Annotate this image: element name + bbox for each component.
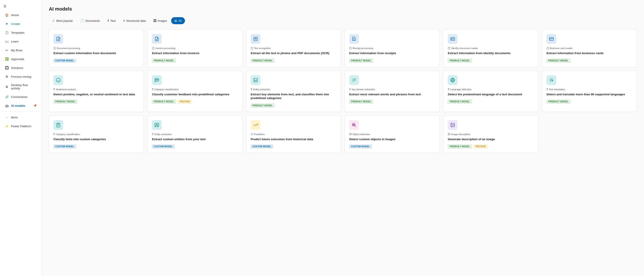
tab-all[interactable]: ⊞ All bbox=[171, 17, 185, 24]
card-key-phrase[interactable]: T Key phrase extraction Extract most rel… bbox=[345, 71, 440, 112]
card-title: Predict future outcomes from historical … bbox=[251, 137, 336, 141]
card-text-recognition[interactable]: Text recognition Extract all the text in… bbox=[246, 30, 341, 67]
sidebar-label-create: Create bbox=[11, 22, 20, 26]
card-receipt-processing[interactable]: Receipt processing Extract information f… bbox=[345, 30, 440, 67]
card-category-classification[interactable]: T Category classification Classify custo… bbox=[147, 71, 242, 112]
card-title: Extract all the text in photos and PDF d… bbox=[251, 51, 336, 55]
svg-rect-34 bbox=[353, 124, 354, 125]
card-object-detection[interactable]: Object detection Detect custom objects i… bbox=[345, 116, 440, 153]
badge-row: CUSTOM MODEL bbox=[251, 144, 336, 148]
card-icon-wrap bbox=[349, 120, 359, 130]
sidebar-item-approvals[interactable]: ✅ Approvals bbox=[1, 55, 40, 63]
sidebar-item-learn[interactable]: 📖 Learn bbox=[1, 37, 40, 46]
card-title: Extract information from business cards bbox=[546, 51, 632, 55]
sidebar-item-solutions[interactable]: 🔲 Solutions bbox=[1, 64, 40, 72]
card-identity-doc[interactable]: Identity document reader Extract informa… bbox=[443, 30, 538, 67]
tab-text[interactable]: T Text bbox=[104, 17, 119, 24]
sidebar-item-connections[interactable]: 🔗 Connections bbox=[1, 93, 40, 101]
card-category: Business card reader bbox=[546, 47, 632, 50]
card-title: Generate description of an image bbox=[448, 137, 534, 141]
badge-row: PREBUILT MODEL bbox=[448, 58, 534, 63]
sidebar: ☰ 🏠 Home + Create 📋 Templates 📖 Learn ↩ … bbox=[0, 0, 42, 276]
structured-data-tab-icon: ≡ bbox=[123, 19, 125, 23]
pin-icon: 📌 bbox=[34, 104, 37, 107]
sidebar-divider bbox=[2, 111, 39, 112]
sidebar-item-my-flows[interactable]: ↩ My flows bbox=[1, 46, 40, 54]
card-image-description[interactable]: Image description Generate description o… bbox=[443, 116, 538, 153]
badge-prebuilt: PREBUILT MODEL bbox=[448, 59, 472, 63]
main-content: AI models ☆ Most popular 📄 Documents T T… bbox=[42, 0, 644, 276]
tab-documents[interactable]: 📄 Documents bbox=[77, 17, 103, 24]
badge-custom: CUSTOM MODEL bbox=[349, 145, 372, 148]
card-category: Receipt processing bbox=[349, 47, 435, 50]
sidebar-item-create[interactable]: + Create bbox=[1, 20, 40, 28]
sidebar-item-home[interactable]: 🏠 Home bbox=[1, 11, 40, 19]
sidebar-item-ai-models[interactable]: 🤖 AI models 📌 bbox=[1, 101, 40, 110]
card-invoice-processing[interactable]: Invoice processing Extract information f… bbox=[147, 30, 242, 67]
badge-prebuilt: PREBUILT MODEL bbox=[152, 59, 176, 63]
svg-point-14 bbox=[56, 78, 60, 82]
card-doc-processing[interactable]: Document processing Extract custom infor… bbox=[49, 30, 144, 67]
card-title: Extract key elements from text, and clas… bbox=[251, 92, 336, 100]
svg-point-38 bbox=[452, 124, 452, 125]
process-mining-icon: ⚙ bbox=[5, 75, 9, 79]
card-icon-wrap bbox=[152, 120, 162, 130]
sidebar-item-process-mining[interactable]: ⚙ Process mining bbox=[1, 72, 40, 81]
sidebar-label-learn: Learn bbox=[11, 40, 19, 43]
card-language-detection[interactable]: T Language detection Detect the predomin… bbox=[443, 71, 538, 112]
card-text-translation[interactable]: T Text translation Detect and translate … bbox=[542, 71, 637, 112]
badge-prebuilt: PREBUILT MODEL bbox=[349, 59, 373, 63]
card-title: Extract information from invoices bbox=[152, 51, 238, 55]
star-icon: ☆ bbox=[52, 19, 55, 23]
card-title: Extract custom entities from your text bbox=[152, 137, 238, 141]
badge-prebuilt: PREBUILT MODEL bbox=[251, 59, 274, 63]
card-icon-wrap bbox=[251, 120, 260, 130]
svg-point-40 bbox=[449, 134, 449, 134]
hamburger-menu[interactable]: ☰ bbox=[0, 2, 42, 11]
card-business-card[interactable]: Business card reader Extract information… bbox=[542, 30, 637, 67]
badge-row: PREBUILT MODEL bbox=[251, 103, 336, 107]
sidebar-item-more[interactable]: ··· More bbox=[1, 113, 40, 122]
card-title: Detect custom objects in images bbox=[349, 137, 435, 141]
badge-row: PREBUILT MODEL bbox=[251, 58, 336, 63]
sidebar-label-solutions: Solutions bbox=[11, 66, 23, 70]
tab-most-popular[interactable]: ☆ Most popular bbox=[49, 17, 76, 24]
tab-structured-data[interactable]: ≡ Structured data bbox=[120, 17, 149, 24]
sidebar-item-desktop-flow[interactable]: 🖥 Desktop flow activity bbox=[1, 81, 40, 92]
sidebar-item-power-platform[interactable]: ⚡ Power Platform bbox=[1, 122, 40, 130]
card-icon-wrap bbox=[546, 34, 556, 44]
card-category: Document processing bbox=[54, 47, 139, 50]
card-sentiment-analysis[interactable]: T Sentiment analysis Detect positive, ne… bbox=[49, 71, 144, 112]
tab-label-text: Text bbox=[110, 19, 116, 23]
card-category: Image description bbox=[448, 133, 534, 136]
card-title: Detect and translate more than 90 suppor… bbox=[546, 92, 632, 96]
sidebar-label-ai-models: AI models bbox=[11, 104, 25, 107]
sidebar-label-power-platform: Power Platform bbox=[11, 125, 31, 128]
card-category-classification-custom[interactable]: T Category classification Classify texts… bbox=[49, 116, 144, 153]
card-category: Invoice processing bbox=[152, 47, 238, 50]
badge-preview: PREVIEW bbox=[178, 100, 192, 103]
card-category: Identity document reader bbox=[448, 47, 534, 50]
badge-prebuilt: PREBUILT MODEL bbox=[448, 145, 472, 148]
images-tab-icon: 🖼 bbox=[153, 19, 156, 23]
sidebar-item-templates[interactable]: 📋 Templates bbox=[1, 28, 40, 37]
svg-rect-26 bbox=[58, 123, 59, 124]
card-title: Detect positive, negative, or neutral se… bbox=[54, 92, 139, 96]
card-prediction[interactable]: Prediction Predict future outcomes from … bbox=[246, 116, 341, 153]
card-category: T Text translation bbox=[546, 88, 632, 91]
svg-point-18 bbox=[156, 79, 156, 80]
card-entity-extraction[interactable]: T Entity extraction Extract key elements… bbox=[246, 71, 341, 112]
sidebar-label-templates: Templates bbox=[11, 31, 25, 34]
badge-prebuilt: PREBUILT MODEL bbox=[251, 104, 274, 107]
sidebar-label-approvals: Approvals bbox=[11, 58, 24, 61]
create-icon: + bbox=[5, 22, 9, 26]
badge-custom: CUSTOM MODEL bbox=[54, 145, 76, 148]
my-flows-icon: ↩ bbox=[5, 48, 9, 52]
card-entity-extraction-custom[interactable]: T Entity extraction Extract custom entit… bbox=[147, 116, 242, 153]
tab-images[interactable]: 🖼 Images bbox=[150, 17, 170, 24]
home-icon: 🏠 bbox=[5, 13, 9, 17]
svg-line-33 bbox=[355, 125, 356, 127]
power-platform-icon: ⚡ bbox=[5, 124, 9, 128]
sidebar-label-home: Home bbox=[11, 14, 19, 17]
svg-point-17 bbox=[156, 79, 157, 80]
